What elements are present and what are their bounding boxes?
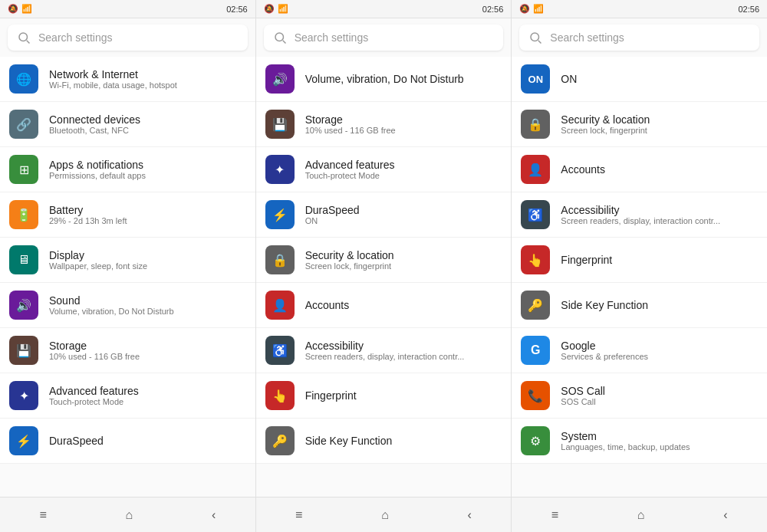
item-text: Volume, vibration, Do Not Disturb: [305, 73, 502, 85]
item-subtitle: Touch-protect Mode: [49, 397, 246, 406]
item-icon: ♿: [265, 336, 295, 365]
item-title: Security & location: [561, 113, 758, 126]
list-item[interactable]: 📞 SOS Call SOS Call: [512, 373, 767, 419]
list-item[interactable]: 💾 Storage 10% used - 116 GB free: [0, 328, 255, 373]
item-text: Storage 10% used - 116 GB free: [305, 113, 502, 135]
menu-button-3[interactable]: ≡: [545, 502, 565, 528]
menu-button-1[interactable]: ≡: [33, 502, 52, 528]
item-subtitle: Services & preferences: [561, 352, 758, 361]
item-title: Battery: [49, 204, 246, 216]
list-item[interactable]: 🔊 Sound Volume, vibration, Do Not Distur…: [0, 283, 255, 328]
home-button-3[interactable]: ⌂: [631, 502, 651, 528]
search-icon-2: [273, 31, 287, 44]
item-icon: 🔊: [265, 64, 295, 94]
search-bar-3[interactable]: Search settings: [519, 25, 759, 51]
item-text: Security & location Screen lock, fingerp…: [305, 249, 502, 271]
status-panel-1: 🔕 📶 02:56: [0, 0, 256, 18]
item-icon: 💾: [265, 110, 295, 139]
item-subtitle: SOS Call: [561, 397, 758, 406]
list-item[interactable]: ⚡ DuraSpeed: [0, 419, 255, 464]
item-icon: 🔑: [521, 291, 550, 320]
search-placeholder-1: Search settings: [38, 31, 113, 44]
item-text: Side Key Function: [305, 435, 502, 447]
search-bar-2[interactable]: Search settings: [264, 25, 504, 51]
list-item[interactable]: G Google Services & preferences: [512, 328, 767, 373]
list-item[interactable]: ✦ Advanced features Touch-protect Mode: [256, 147, 512, 192]
item-text: Sound Volume, vibration, Do Not Disturb: [49, 294, 246, 316]
svg-line-3: [282, 41, 285, 44]
list-item[interactable]: 🖥 Display Wallpaper, sleep, font size: [0, 238, 255, 283]
list-item[interactable]: 🔒 Security & location Screen lock, finge…: [256, 238, 512, 283]
item-icon: ⚡: [265, 200, 295, 229]
item-title: Google: [561, 340, 758, 352]
item-icon: ✦: [265, 155, 295, 184]
home-button-1[interactable]: ⌂: [119, 502, 139, 528]
item-icon: 👤: [521, 155, 550, 184]
notification-icon: 🔕: [8, 4, 18, 14]
item-icon: 🔊: [9, 291, 38, 320]
item-title: Fingerprint: [305, 389, 502, 402]
list-item[interactable]: 🔒 Security & location Screen lock, finge…: [512, 102, 767, 147]
svg-line-1: [27, 41, 30, 44]
item-text: Apps & notifications Permissions, defaul…: [49, 159, 246, 180]
item-subtitle: Wi-Fi, mobile, data usage, hotspot: [49, 80, 246, 90]
item-text: Security & location Screen lock, fingerp…: [561, 113, 758, 135]
svg-point-0: [19, 33, 28, 41]
item-text: Fingerprint: [561, 254, 758, 266]
list-item[interactable]: 🔑 Side Key Function: [512, 283, 767, 328]
item-text: Accessibility Screen readers, display, i…: [305, 340, 502, 361]
item-text: Storage 10% used - 116 GB free: [49, 340, 246, 361]
back-button-2[interactable]: ‹: [462, 502, 478, 528]
item-text: Display Wallpaper, sleep, font size: [49, 249, 246, 271]
list-item[interactable]: 🔗 Connected devices Bluetooth, Cast, NFC: [0, 102, 255, 147]
back-button-3[interactable]: ‹: [717, 502, 733, 528]
item-icon: 🖥: [9, 245, 38, 274]
item-title: Accounts: [561, 163, 758, 176]
item-subtitle: Screen lock, fingerprint: [561, 126, 758, 135]
back-button-1[interactable]: ‹: [206, 502, 222, 528]
item-title: Advanced features: [49, 385, 246, 397]
item-icon: ⚡: [9, 426, 38, 455]
list-item[interactable]: 🔊 Volume, vibration, Do Not Disturb: [256, 57, 512, 102]
item-title: Storage: [49, 340, 246, 352]
item-title: Storage: [305, 113, 502, 126]
item-title: Security & location: [305, 249, 502, 261]
list-item[interactable]: 👆 Fingerprint: [512, 238, 767, 283]
item-title: Apps & notifications: [49, 159, 246, 171]
search-icon-1: [17, 31, 31, 44]
item-subtitle: Volume, vibration, Do Not Disturb: [49, 307, 246, 316]
list-item[interactable]: ✦ Advanced features Touch-protect Mode: [0, 373, 255, 419]
item-title: DuraSpeed: [49, 435, 246, 447]
panel-2: Search settings 🔊 Volume, vibration, Do …: [256, 18, 512, 497]
item-icon: ON: [521, 64, 550, 94]
status-bar: 🔕 📶 02:56 🔕 📶 02:56 🔕 📶 02:56: [0, 0, 767, 18]
search-bar-1[interactable]: Search settings: [8, 25, 248, 51]
item-text: Side Key Function: [561, 299, 758, 311]
list-item[interactable]: 💾 Storage 10% used - 116 GB free: [256, 102, 512, 147]
list-item[interactable]: 👤 Accounts: [512, 147, 767, 192]
item-text: SOS Call SOS Call: [561, 385, 758, 406]
item-text: Advanced features Touch-protect Mode: [49, 385, 246, 406]
list-item[interactable]: 👤 Accounts: [256, 283, 512, 328]
item-text: Battery 29% - 2d 13h 3m left: [49, 204, 246, 225]
item-icon: 🌐: [9, 64, 38, 94]
status-panel-2: 🔕 📶 02:56: [256, 0, 512, 18]
item-icon: 🔒: [265, 245, 295, 274]
list-item[interactable]: 🌐 Network & Internet Wi-Fi, mobile, data…: [0, 57, 255, 102]
home-button-2[interactable]: ⌂: [375, 502, 395, 528]
item-text: Advanced features Touch-protect Mode: [305, 159, 502, 180]
list-item[interactable]: ⊞ Apps & notifications Permissions, defa…: [0, 147, 255, 192]
list-item[interactable]: ♿ Accessibility Screen readers, display,…: [512, 192, 767, 238]
menu-button-2[interactable]: ≡: [289, 502, 308, 528]
list-item[interactable]: ON ON: [512, 57, 767, 102]
list-item[interactable]: 👆 Fingerprint: [256, 373, 512, 419]
item-icon: ⊞: [9, 155, 38, 184]
list-item[interactable]: ♿ Accessibility Screen readers, display,…: [256, 328, 512, 373]
item-title: System: [561, 430, 758, 442]
list-item[interactable]: ⚙ System Languages, time, backup, update…: [512, 419, 767, 464]
list-item[interactable]: 🔑 Side Key Function: [256, 419, 512, 464]
nav-bar: ≡ ⌂ ‹ ≡ ⌂ ‹ ≡ ⌂ ‹: [0, 497, 767, 532]
item-title: Display: [49, 249, 246, 261]
list-item[interactable]: ⚡ DuraSpeed ON: [256, 192, 512, 238]
list-item[interactable]: 🔋 Battery 29% - 2d 13h 3m left: [0, 192, 255, 238]
